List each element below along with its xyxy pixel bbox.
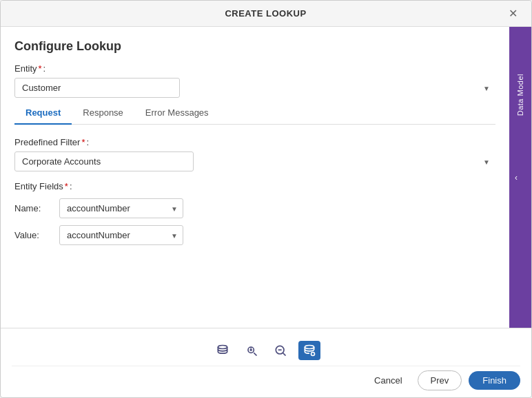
settings-search-icon-button[interactable]	[241, 341, 263, 360]
zoom-out-icon-button[interactable]	[269, 341, 291, 360]
modal-title: CREATE LOOKUP	[25, 8, 506, 19]
sidebar-chevron-icon: ‹	[515, 173, 518, 182]
name-select-wrapper: accountNumber accountName accountId ▼	[59, 198, 183, 218]
entity-fields-section: Entity Fields * : Name: accountNumber ac…	[14, 181, 495, 252]
svg-point-0	[218, 346, 227, 349]
svg-point-7	[305, 346, 314, 349]
cancel-button[interactable]: Cancel	[366, 371, 410, 390]
svg-line-5	[283, 353, 286, 356]
close-button[interactable]: ✕	[506, 7, 520, 20]
tab-error-messages[interactable]: Error Messages	[134, 102, 220, 125]
predefined-filter-select[interactable]: Corporate Accounts All Accounts Active A…	[14, 151, 194, 171]
predefined-filter-arrow: ▼	[483, 158, 490, 165]
modal-body: Configure Lookup Entity * : Customer Acc…	[1, 27, 531, 328]
value-field-row: Value: accountNumber accountName account…	[14, 225, 495, 245]
predefined-filter-required-star: *	[81, 137, 85, 147]
name-select[interactable]: accountNumber accountName accountId	[59, 198, 183, 218]
name-label: Name:	[14, 203, 52, 213]
database-settings-active-button[interactable]	[298, 341, 320, 360]
tabs-container: Request Response Error Messages	[14, 102, 495, 125]
value-label: Value:	[14, 230, 52, 240]
tab-response[interactable]: Response	[72, 102, 134, 125]
toolbar-row	[12, 335, 520, 366]
predefined-filter-select-wrapper: Corporate Accounts All Accounts Active A…	[14, 151, 495, 171]
entity-label: Entity * :	[14, 63, 495, 74]
svg-line-2	[254, 353, 256, 355]
finish-button[interactable]: Finish	[469, 371, 520, 390]
entity-required-star: *	[39, 63, 42, 74]
entity-select-arrow: ▼	[483, 84, 490, 92]
value-select-wrapper: accountNumber accountName accountId ▼	[59, 225, 183, 245]
entity-fields-required-star: *	[65, 181, 68, 191]
entity-select[interactable]: Customer Account Contact	[14, 78, 180, 98]
data-model-sidebar[interactable]: ‹ Data Model	[509, 27, 531, 328]
entity-select-wrapper: Customer Account Contact ▼	[14, 78, 495, 98]
create-lookup-modal: CREATE LOOKUP ✕ Configure Lookup Entity …	[0, 0, 532, 398]
action-buttons-row: Cancel Prev Finish	[12, 370, 520, 390]
database-icon-button[interactable]	[212, 341, 234, 360]
predefined-filter-label: Predefined Filter * :	[14, 137, 495, 147]
modal-header: CREATE LOOKUP ✕	[1, 1, 531, 27]
entity-fields-label: Entity Fields * :	[14, 181, 495, 191]
svg-point-3	[250, 349, 252, 351]
sidebar-label: Data Model	[516, 74, 524, 116]
prev-button[interactable]: Prev	[418, 370, 462, 390]
modal-footer: Cancel Prev Finish	[1, 328, 531, 397]
value-select[interactable]: accountNumber accountName accountId	[59, 225, 183, 245]
main-content: Configure Lookup Entity * : Customer Acc…	[1, 27, 509, 328]
name-field-row: Name: accountNumber accountName accountI…	[14, 198, 495, 218]
page-title: Configure Lookup	[14, 39, 495, 54]
tab-request[interactable]: Request	[14, 102, 72, 125]
